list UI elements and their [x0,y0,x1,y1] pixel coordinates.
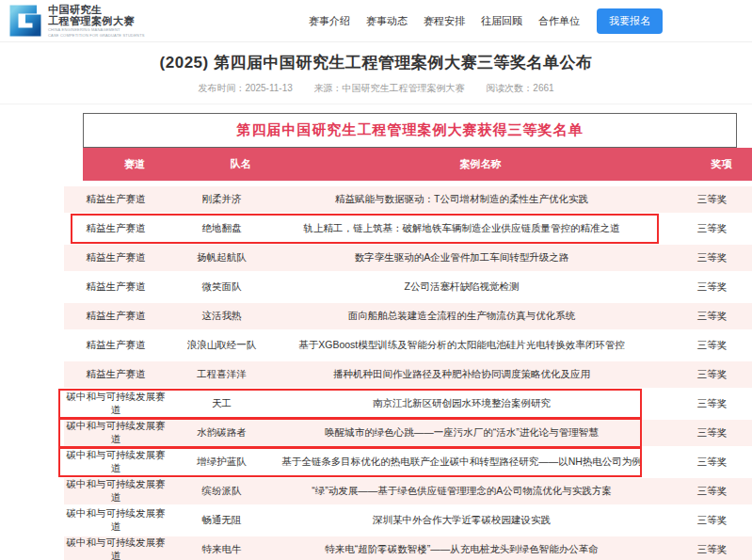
table-caption: 第四届中国研究生工程管理案例大赛获得三等奖名单 [237,121,584,139]
cell-team: 浪浪山取经一队 [168,339,276,352]
cell-track: 精益生产赛道 [64,222,168,235]
table-body: 精益生产赛道 刚柔并济 精益赋能与数据驱动：T公司增材制造的柔性生产优化实践 三… [64,186,752,560]
cell-track: 精益生产赛道 [64,280,168,294]
cell-case: “绿”动发展——基于绿色供应链管理理念的A公司物流优化与实践方案 [276,485,648,498]
cell-award: 三等奖 [648,251,752,264]
column-header-team: 队名 [186,157,295,171]
cell-team: 缤纷派队 [168,485,276,498]
cell-team: 刚柔并济 [168,193,276,206]
cell-case: 轨上精工，链上筑基：破解地铁车辆制造企业供应链质量管控的精准之道 [276,222,648,235]
cell-track: 碳中和与可持续发展赛道 [64,478,168,504]
cell-case: 数字孪生驱动的A企业管件加工车间转型升级之路 [276,251,648,264]
logo-text: 中国研究生 工程管理案例大赛 CHINA ENGINEERING MANAGEM… [48,4,145,38]
cell-case: 南京江北新区研创园水环境整治案例研究 [276,397,648,410]
logo-subtitle-en-line2: CASE COMPETITION FOR GRADUATE STUDENTS [48,34,145,39]
table-row: 碳中和与可持续发展赛道 畅通无阻 深圳某中外合作大学近零碳校园建设实践 三等奖 [64,507,752,534]
cell-award: 三等奖 [648,222,752,235]
table-row: 精益生产赛道 浪浪山取经一队 基于XGBoost模型训练及智能分析的太阳能电池硅… [64,332,752,359]
logo-subtitle-en-line1: CHINA ENGINEERING MANAGEMENT [48,28,145,33]
logo-title-line2: 工程管理案例大赛 [48,15,145,27]
nav-item-schedule[interactable]: 赛程安排 [422,10,467,32]
table-caption-box: 第四届中国研究生工程管理案例大赛获得三等奖名单 [83,113,737,148]
page: 中国研究生 工程管理案例大赛 CHINA ENGINEERING MANAGEM… [0,0,752,560]
main-nav: 赛事介绍 赛事动态 赛程安排 往届回顾 合作单位 [307,10,582,32]
cell-track: 精益生产赛道 [64,193,168,206]
cell-case: 基于XGBoost模型训练及智能分析的太阳能电池硅片光电转换效率闭环管控 [276,339,648,352]
nav-item-past-editions[interactable]: 往届回顾 [479,10,524,32]
table-row: 精益生产赛道 绝地翻盘 轨上精工，链上筑基：破解地铁车辆制造企业供应链质量管控的… [64,216,752,242]
table-row: 碳中和与可持续发展赛道 特来电牛 特来电“超阶零碳数智楼”——从充电桩龙头到绿色… [64,536,752,560]
cell-team: 工程喜洋洋 [168,368,276,381]
cell-team: 水韵碳路者 [168,426,276,440]
award-table: 第四届中国研究生工程管理案例大赛获得三等奖名单 赛道 队名 案例名称 奖项 精益… [83,113,752,560]
cell-award: 三等奖 [648,426,752,440]
table-row: 碳中和与可持续发展赛道 天工 南京江北新区研创园水环境整治案例研究 三等奖 [64,391,752,417]
cell-award: 三等奖 [648,339,752,352]
cell-award: 三等奖 [648,280,752,294]
column-header-case: 案例名称 [295,157,666,171]
table-row: 碳中和与可持续发展赛道 增绿护蓝队 基于全链条多目标优化的热电联产企业碳中和转型… [64,449,752,475]
table-row: 精益生产赛道 刚柔并济 精益赋能与数据驱动：T公司增材制造的柔性生产优化实践 三… [64,186,752,213]
nav-item-intro[interactable]: 赛事介绍 [307,10,352,32]
cell-award: 三等奖 [648,310,752,323]
cell-team: 畅通无阻 [168,514,276,527]
nav-item-news[interactable]: 赛事动态 [364,10,409,32]
cell-case: 播种机种田间作业路径及种肥补给协同调度策略优化及应用 [276,368,648,381]
table-row: 精益生产赛道 这活我熟 面向船舶总装建造全流程的生产物流仿真与优化系统 三等奖 [64,303,752,329]
cell-track: 精益生产赛道 [64,368,168,381]
column-header-award: 奖项 [666,157,752,171]
cell-track: 精益生产赛道 [64,339,168,352]
cell-track: 碳中和与可持续发展赛道 [64,420,168,446]
cell-case: 基于全链条多目标优化的热电联产企业碳中和转型路径研究——以NH热电公司为例 [276,456,648,469]
table-row: 碳中和与可持续发展赛道 水韵碳路者 唤醒城市的绿色心跳——一座污水厂的“活水”进… [64,420,752,446]
site-logo[interactable]: 中国研究生 工程管理案例大赛 CHINA ENGINEERING MANAGEM… [9,4,145,38]
cell-team: 特来电牛 [168,543,276,556]
cell-track: 碳中和与可持续发展赛道 [64,449,168,475]
table-row: 精益生产赛道 工程喜洋洋 播种机种田间作业路径及种肥补给协同调度策略优化及应用 … [64,361,752,388]
table-row: 精益生产赛道 微笑面队 Z公司活塞杆缺陷视觉检测 三等奖 [64,274,752,300]
cell-case: 精益赋能与数据驱动：T公司增材制造的柔性生产优化实践 [276,193,648,206]
logo-title-line1: 中国研究生 [48,4,145,16]
cell-case: Z公司活塞杆缺陷视觉检测 [276,280,648,294]
cell-award: 三等奖 [648,397,752,410]
table-row: 碳中和与可持续发展赛道 缤纷派队 “绿”动发展——基于绿色供应链管理理念的A公司… [64,478,752,504]
cell-award: 三等奖 [648,368,752,381]
cell-track: 精益生产赛道 [64,310,168,323]
cell-team: 绝地翻盘 [168,222,276,235]
cell-team: 微笑面队 [168,280,276,294]
divider [0,104,752,104]
cell-track: 精益生产赛道 [64,251,168,264]
cell-case: 唤醒城市的绿色心跳——一座污水厂的“活水”进化论与管理智慧 [276,426,648,440]
cell-team: 这活我熟 [168,310,276,323]
cell-team: 天工 [168,397,276,410]
site-header: 中国研究生 工程管理案例大赛 CHINA ENGINEERING MANAGEM… [0,0,752,42]
table-row: 精益生产赛道 扬帆起航队 数字孪生驱动的A企业管件加工车间转型升级之路 三等奖 [64,245,752,271]
cell-award: 三等奖 [648,193,752,206]
table-header-row: 赛道 队名 案例名称 奖项 [83,148,752,181]
cell-award: 三等奖 [648,514,752,527]
logo-icon [9,5,41,37]
cell-team: 增绿护蓝队 [168,456,276,469]
nav-item-partners[interactable]: 合作单位 [536,10,582,32]
article-meta: 发布时间：2025-11-13 来源：中国研究生工程管理案例大赛 阅读次数：26… [0,82,752,95]
cell-team: 扬帆起航队 [168,251,276,264]
cell-case: 深圳某中外合作大学近零碳校园建设实践 [276,514,648,527]
cell-case: 特来电“超阶零碳数智楼”——从充电桩龙头到绿色智能办公革命 [276,543,648,556]
article-title: (2025) 第四届中国研究生工程管理案例大赛三等奖名单公布 [0,52,752,73]
cell-award: 三等奖 [648,456,752,469]
article: (2025) 第四届中国研究生工程管理案例大赛三等奖名单公布 发布时间：2025… [0,42,752,560]
cell-award: 三等奖 [648,485,752,498]
cell-case: 面向船舶总装建造全流程的生产物流仿真与优化系统 [276,310,648,323]
cell-award: 三等奖 [648,543,752,556]
publish-time: 发布时间：2025-11-13 [198,83,292,93]
cell-track: 碳中和与可持续发展赛道 [64,536,168,560]
cell-track: 碳中和与可持续发展赛道 [64,507,168,534]
view-count: 阅读次数：2661 [486,83,553,93]
article-source: 来源：中国研究生工程管理案例大赛 [314,83,465,93]
cell-track: 碳中和与可持续发展赛道 [64,391,168,417]
signup-button[interactable]: 我要报名 [597,8,663,34]
column-header-track: 赛道 [83,157,186,171]
